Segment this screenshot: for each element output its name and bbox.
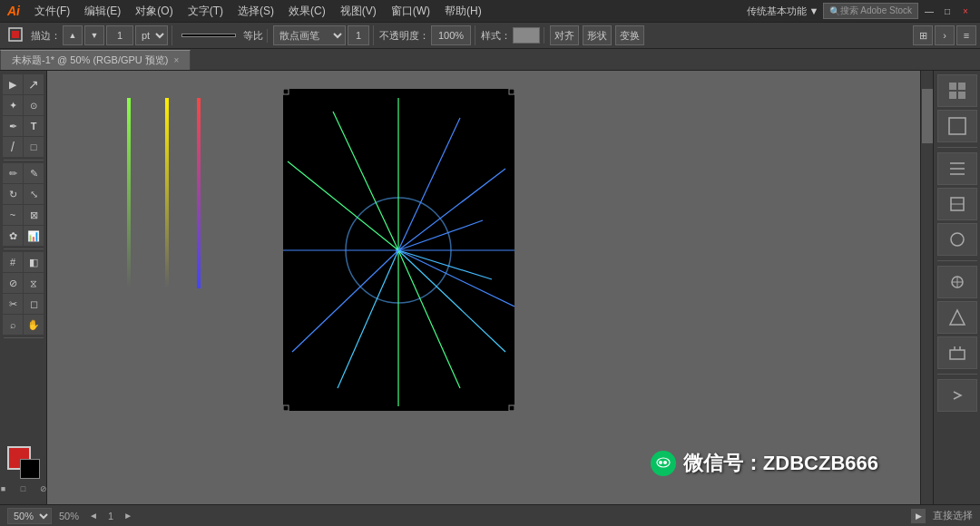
symbol-tool[interactable]: ✿ [3,226,23,246]
brush-tool[interactable]: ✏ [3,163,23,183]
warp-tool[interactable]: ~ [3,205,23,225]
menu-edit[interactable]: 编辑(E) [77,0,128,22]
next-artboard-btn[interactable]: ► [121,509,135,523]
tool-row-10: ⊘ ⧖ [3,273,44,293]
vertical-scrollbar[interactable] [920,71,933,504]
svg-line-15 [288,161,398,250]
document-tab[interactable]: 未标题-1* @ 50% (RGB/GPU 预览) × [0,50,191,70]
svg-rect-27 [958,83,965,90]
column-graph-tool[interactable]: 📊 [24,226,44,246]
search-stock[interactable]: 🔍 搜索 Adobe Stock [823,3,918,19]
prev-artboard-btn[interactable]: ◄ [86,509,101,523]
brush-type-select[interactable]: 散点画笔 [273,25,346,45]
menu-file[interactable]: 文件(F) [27,0,77,22]
magic-wand-tool[interactable]: ✦ [3,95,23,115]
type-tool[interactable]: T [24,116,44,136]
tool-row-1: ▶ ↗ [3,74,44,94]
eraser-tool[interactable]: ◻ [24,294,44,314]
stroke-width-input[interactable] [106,25,133,45]
eyedropper-tool[interactable]: ⊘ [3,273,23,293]
svg-rect-22 [509,405,514,411]
artboard-number: 1 [108,511,113,521]
scissors-tool[interactable]: ✂ [3,294,23,314]
fill-icon[interactable]: ■ [0,481,12,497]
right-panel-btn-3[interactable] [937,152,977,185]
menu-btn[interactable]: ≡ [956,25,976,45]
scale-tool[interactable]: ⤡ [24,184,44,204]
none-icon[interactable]: ⊘ [35,481,48,497]
blend-tool[interactable]: ⧖ [24,273,44,293]
stroke-unit-select[interactable]: pt [135,25,168,45]
menu-object[interactable]: 对象(O) [128,0,180,22]
play-btn[interactable]: ▶ [911,509,926,523]
menu-right: 传统基本功能 ▼ 🔍 搜索 Adobe Stock — □ × [747,3,980,19]
stroke-color-btn[interactable] [4,25,29,45]
selection-tool[interactable]: ▶ [3,74,23,94]
right-panel-btn-1[interactable] [937,74,977,107]
direct-select-tool[interactable]: ↗ [24,74,44,94]
zoom-select[interactable]: 50% [7,508,52,524]
stroke-down-btn[interactable]: ▼ [84,25,104,45]
tab-close-btn[interactable]: × [174,55,180,65]
align-btn[interactable]: 对齐 [550,25,579,45]
right-panel-btn-6[interactable] [937,266,977,298]
brush-number-input[interactable] [348,25,369,45]
style-swatch[interactable] [513,27,540,44]
menu-window[interactable]: 窗口(W) [384,0,437,22]
color-box[interactable] [7,446,40,479]
tool-row-11: ✂ ◻ [3,294,44,314]
collapse-btn[interactable]: › [935,25,955,45]
color-controls: ■ □ ⊘ [0,443,47,501]
right-panel-btn-5[interactable] [937,223,977,256]
free-transform-tool[interactable]: ⊠ [24,205,44,225]
svg-rect-28 [949,92,956,99]
transform-btn[interactable]: 变换 [615,25,644,45]
workspace-label[interactable]: 传统基本功能 ▼ [747,5,819,18]
stroke-group: 描边： ▲ ▼ pt [4,25,172,45]
pen-tool[interactable]: ✒ [3,116,23,136]
shape-tool[interactable]: □ [24,137,44,157]
svg-line-5 [398,118,460,250]
right-panel-btn-2[interactable] [937,110,977,142]
rotate-tool[interactable]: ↻ [3,184,23,204]
menu-view[interactable]: 视图(V) [333,0,384,22]
style-group: 样式： [481,27,544,44]
zoom-tool[interactable]: ⌕ [3,315,23,335]
expand-panel-btn[interactable] [937,379,977,412]
stroke-icon[interactable]: □ [15,481,32,497]
menu-select[interactable]: 选择(S) [230,0,281,22]
stroke-label: 描边： [31,29,61,43]
opacity-label: 不透明度： [379,29,429,43]
right-panel-btn-7[interactable] [937,301,977,334]
menu-help[interactable]: 帮助(H) [437,0,489,22]
menu-effect[interactable]: 效果(C) [281,0,333,22]
right-divider-1 [937,147,977,148]
panel-options-btn[interactable]: ⊞ [913,25,933,45]
right-panel-btn-8[interactable] [937,336,977,369]
canvas-scroll[interactable] [47,71,933,504]
close-button[interactable]: × [958,4,973,18]
equal-label: 等比 [243,29,263,43]
background-color[interactable] [20,459,40,479]
scrollbar-thumb[interactable] [922,89,933,143]
right-divider-3 [937,374,977,375]
status-label: 直接选择 [933,509,973,522]
lasso-tool[interactable]: ⊙ [24,95,44,115]
maximize-button[interactable]: □ [940,4,955,18]
right-panel-btn-4[interactable] [937,188,977,220]
menu-type[interactable]: 文字(T) [181,0,230,22]
tool-row-7: ~ ⊠ [3,205,44,225]
svg-rect-29 [958,92,965,99]
hand-tool[interactable]: ✋ [24,315,44,335]
svg-rect-41 [950,350,965,359]
gradient-bar-yellow [165,98,169,288]
opacity-input[interactable] [431,25,471,45]
line-tool[interactable]: / [3,137,23,157]
pencil-tool[interactable]: ✎ [24,163,44,183]
tool-divider-1 [4,160,44,161]
stroke-up-btn[interactable]: ▲ [63,25,83,45]
mesh-tool[interactable]: # [3,252,23,272]
gradient-tool[interactable]: ◧ [24,252,44,272]
shape-btn[interactable]: 形状 [583,25,612,45]
minimize-button[interactable]: — [922,4,936,18]
